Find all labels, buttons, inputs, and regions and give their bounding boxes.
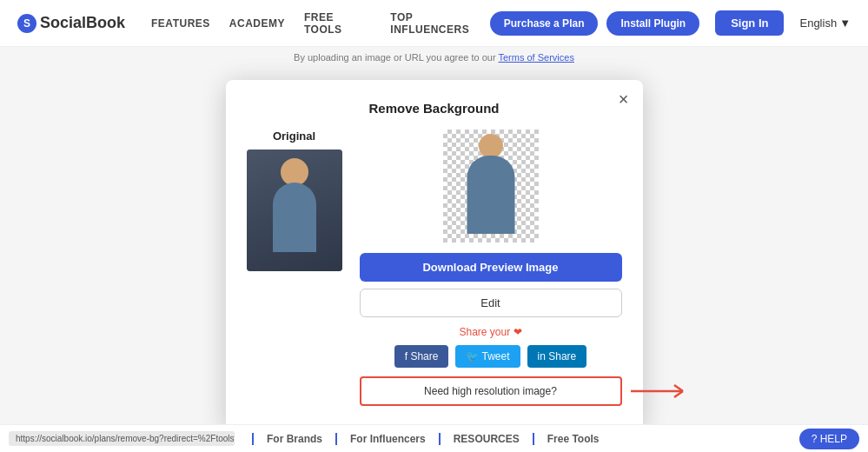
terms-link[interactable]: Terms of Services xyxy=(499,52,574,63)
sign-in-button[interactable]: Sign In xyxy=(715,10,784,36)
share-twitter-button[interactable]: 🐦 Tweet xyxy=(455,345,520,368)
nav-features[interactable]: FEATURES xyxy=(151,17,210,30)
heart-icon: ❤ xyxy=(514,326,522,338)
result-photo xyxy=(443,130,539,243)
purchase-plan-button[interactable]: Purchase a Plan xyxy=(490,11,599,36)
footer-free-tools-link[interactable]: Free Tools xyxy=(533,433,613,445)
terms-bar: By uploading an image or URL you agree t… xyxy=(0,47,868,71)
share-buttons: f Share 🐦 Tweet in Share xyxy=(394,345,587,368)
help-button[interactable]: ? HELP xyxy=(799,429,859,449)
share-label: Share your ❤ xyxy=(459,326,521,338)
edit-button[interactable]: Edit xyxy=(360,289,622,317)
share-text: Share your xyxy=(459,326,510,338)
nav-top-influencers[interactable]: TOP INFLUENCERS xyxy=(390,11,489,36)
close-button[interactable]: × xyxy=(619,90,629,108)
high-resolution-button[interactable]: Need high resolution image? xyxy=(360,376,622,406)
share-section: Share your ❤ f Share 🐦 Tweet in Share Ne… xyxy=(360,326,622,409)
nav-academy[interactable]: ACADEMY xyxy=(229,17,285,30)
original-image xyxy=(247,150,342,271)
modal-content: Original Download Preview Image Edit xyxy=(247,130,622,409)
navbar: S SocialBook FEATURES ACADEMY FREE TOOLS… xyxy=(0,0,868,47)
modal-title: Remove Background xyxy=(247,101,622,116)
footer: https://socialbook.io/plans/remove-bg?re… xyxy=(0,424,868,452)
lang-label: English xyxy=(799,17,837,30)
remove-background-modal: × Remove Background Original Downloa xyxy=(226,80,643,430)
install-plugin-button[interactable]: Install Plugin xyxy=(606,11,699,36)
logo[interactable]: S SocialBook xyxy=(17,14,125,33)
footer-resources-link[interactable]: RESOURCES xyxy=(439,433,533,445)
arrow-svg xyxy=(626,378,687,404)
footer-influencers-link[interactable]: For Influencers xyxy=(335,433,439,445)
arrow-indicator xyxy=(626,378,687,408)
chevron-down-icon: ▼ xyxy=(839,17,851,30)
modal-overlay: × Remove Background Original Downloa xyxy=(0,71,868,449)
result-image xyxy=(443,130,539,243)
nav-actions: Purchase a Plan Install Plugin Sign In E… xyxy=(490,10,851,36)
result-panel: Download Preview Image Edit Share your ❤… xyxy=(360,130,622,409)
original-photo xyxy=(247,150,342,271)
main-area: × Remove Background Original Downloa xyxy=(0,71,868,449)
footer-brands-link[interactable]: For Brands xyxy=(252,433,335,445)
logo-text: SocialBook xyxy=(40,14,125,32)
share-linkedin-button[interactable]: in Share xyxy=(527,345,587,368)
nav-free-tools[interactable]: FREE TOOLS xyxy=(304,11,371,36)
original-panel: Original xyxy=(247,130,342,271)
footer-url: https://socialbook.io/plans/remove-bg?re… xyxy=(9,431,235,446)
nav-links: FEATURES ACADEMY FREE TOOLS TOP INFLUENC… xyxy=(151,11,490,36)
original-label: Original xyxy=(273,130,315,143)
language-selector[interactable]: English ▼ xyxy=(799,17,851,30)
terms-text-prefix: By uploading an image or URL you agree t… xyxy=(294,52,496,63)
download-preview-button[interactable]: Download Preview Image xyxy=(360,253,622,282)
logo-icon: S xyxy=(17,14,36,33)
share-facebook-button[interactable]: f Share xyxy=(394,345,449,368)
